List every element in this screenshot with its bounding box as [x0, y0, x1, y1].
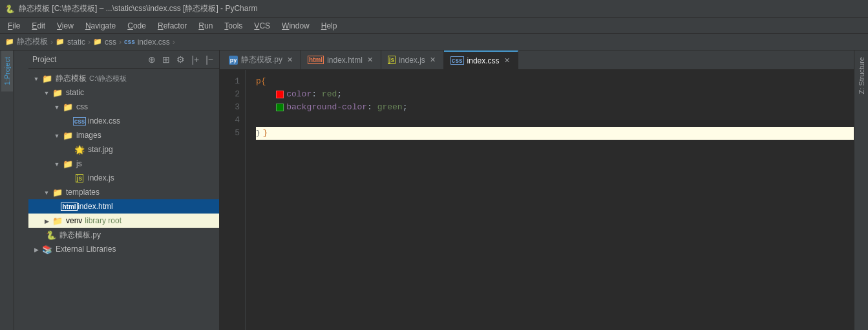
menu-edit[interactable]: Edit [26, 20, 50, 32]
project-add-btn[interactable]: ⊕ [146, 54, 158, 65]
project-panel-content: Project ⊕ ⊞ ⚙ |+ |− 📁 静态模板 C:\静态模板 [28, 50, 219, 330]
gutter-brace-indicator: } [256, 127, 260, 140]
project-tab-vertical[interactable]: 1:Project [1, 50, 13, 91]
external-libs-icon: 📚 [41, 245, 53, 254]
menu-refactor[interactable]: Refactor [153, 20, 192, 32]
line-num-3: 3 [222, 101, 240, 114]
color-swatch-red [276, 91, 284, 98]
tree-item-external-libs[interactable]: 📚 External Libraries [28, 242, 219, 256]
tabs-bar: py 静态模板.py ✕ html index.html ✕ js index.… [220, 50, 854, 70]
breadcrumb-root[interactable]: 静态模板 [17, 36, 48, 47]
menu-code[interactable]: Code [122, 20, 151, 32]
breadcrumb-static-icon: 📁 [56, 38, 65, 46]
breadcrumb-root-icon: 📁 [5, 38, 14, 46]
tree-item-js-folder[interactable]: 📁 js [28, 157, 219, 171]
tree-arrow-root [31, 75, 41, 82]
line-num-2: 2 [222, 88, 240, 101]
tree-item-images[interactable]: 📁 images [28, 128, 219, 142]
tree-item-index-js[interactable]: js index.js [28, 171, 219, 185]
tab-icon-html: html [308, 56, 324, 64]
code-line-4 [256, 114, 854, 127]
code-prop-color: color [286, 88, 312, 101]
folder-icon-templates: 📁 [52, 188, 63, 197]
py-file-icon-main: 🐍 [45, 230, 57, 240]
tab-label-index-html: index.html [327, 56, 363, 65]
tab-label-index-css: index.css [467, 56, 500, 65]
tree-item-static[interactable]: 📁 static [28, 85, 219, 100]
tree-label-images: images [76, 131, 101, 140]
tab-close-index-html[interactable]: ✕ [366, 56, 374, 64]
menu-view[interactable]: View [52, 20, 79, 32]
tree-arrow-static [41, 89, 52, 96]
tree-item-index-html[interactable]: html index.html [28, 199, 219, 214]
tree-label-js-folder: js [76, 159, 82, 168]
code-area[interactable]: p{ color : red ; background-color [246, 70, 854, 330]
tab-close-index-css[interactable]: ✕ [503, 56, 511, 65]
code-line-3: background-color : green ; [256, 101, 854, 114]
tab-index-css[interactable]: css index.css ✕ [444, 50, 518, 69]
breadcrumb-static[interactable]: static [67, 38, 85, 47]
menu-bar: File Edit View Navigate Code Refactor Ru… [0, 18, 868, 34]
menu-run[interactable]: Run [193, 20, 218, 32]
left-edge-panel: 1:Project [0, 50, 14, 330]
tree-item-templates[interactable]: 📁 templates [28, 185, 219, 199]
line-num-4: 4 [222, 114, 240, 127]
tab-close-main-py[interactable]: ✕ [286, 56, 294, 64]
structure-tab-vertical[interactable]: Z: Structure [856, 50, 867, 100]
menu-vcs[interactable]: VCS [249, 20, 275, 32]
tab-main-py[interactable]: py 静态模板.py ✕ [222, 50, 301, 69]
tree-arrow-css [52, 104, 62, 111]
tree-label-main-py: 静态模板.py [59, 230, 101, 241]
tree-item-css-folder[interactable]: 📁 css [28, 100, 219, 114]
tree-arrow-external [31, 246, 41, 253]
tree-arrow-images [52, 132, 62, 139]
tree-item-venv[interactable]: 📁 venv library root [28, 214, 219, 228]
image-file-icon: 🌟 [74, 145, 85, 155]
code-colon-2: : [312, 88, 322, 101]
breadcrumb-sep3: › [119, 38, 122, 47]
menu-window[interactable]: Window [277, 20, 315, 32]
menu-help[interactable]: Help [316, 20, 343, 32]
tab-index-js[interactable]: js index.js ✕ [381, 50, 444, 69]
tree-arrow-venv [41, 217, 52, 225]
project-minus-btn[interactable]: |− [204, 54, 215, 65]
html-file-icon: html [63, 203, 75, 211]
breadcrumb-file[interactable]: index.css [138, 38, 170, 47]
tree-sublabel-venv: library root [85, 216, 122, 225]
color-swatch-green [276, 104, 284, 111]
tree-arrow-templates [41, 189, 52, 196]
tab-close-index-js[interactable]: ✕ [429, 56, 437, 64]
tree-label-venv: venv [66, 216, 82, 225]
project-panel-header: Project ⊕ ⊞ ⚙ |+ |− [28, 50, 219, 69]
project-expand-btn[interactable]: ⊞ [160, 54, 172, 65]
folder-icon-root: 📁 [41, 74, 53, 83]
tree-arrow-js [52, 160, 62, 168]
app-icon: 🐍 [5, 5, 15, 14]
breadcrumb-css[interactable]: css [105, 38, 116, 47]
project-panel-title: Project [32, 55, 56, 64]
right-panels: Z: Structure [854, 50, 868, 330]
line-num-1: 1 [222, 75, 240, 88]
tree-root[interactable]: 📁 静态模板 C:\静态模板 [28, 71, 219, 85]
tree-item-star-jpg[interactable]: 🌟 star.jpg [28, 142, 219, 157]
code-semi-3: ; [403, 101, 408, 114]
code-indent-2 [256, 88, 276, 101]
menu-navigate[interactable]: Navigate [80, 20, 121, 32]
css-file-icon: css [74, 117, 85, 126]
breadcrumb-sep1: › [50, 38, 53, 47]
tree-label-templates: templates [66, 188, 100, 197]
menu-file[interactable]: File [3, 20, 25, 32]
project-settings-btn[interactable]: ⚙ [175, 54, 187, 65]
tree-item-main-py[interactable]: 🐍 静态模板.py [28, 228, 219, 242]
project-pin-btn[interactable]: |+ [189, 54, 201, 65]
tree-label-external-libs: External Libraries [56, 245, 116, 254]
breadcrumb-sep4: › [173, 38, 175, 47]
tree-label-index-css: index.css [88, 116, 120, 126]
tab-index-html[interactable]: html index.html ✕ [301, 50, 381, 69]
project-panel: Project ⊕ ⊞ ⚙ |+ |− 📁 静态模板 C:\静态模板 [14, 50, 220, 330]
tab-icon-js: js [388, 56, 396, 64]
menu-tools[interactable]: Tools [219, 20, 248, 32]
code-line-1: p{ [256, 75, 854, 88]
tab-icon-py: py [229, 56, 238, 65]
tree-item-index-css[interactable]: css index.css [28, 114, 219, 128]
